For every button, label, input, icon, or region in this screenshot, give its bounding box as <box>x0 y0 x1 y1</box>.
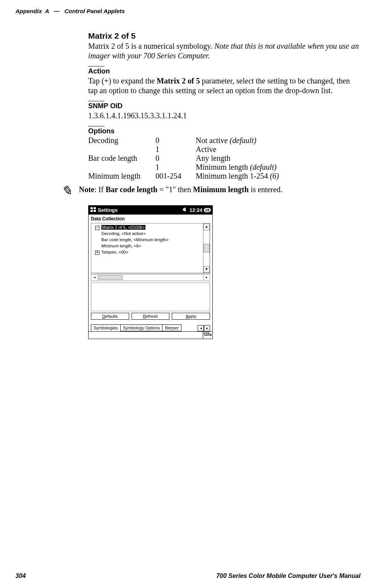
detail-pane <box>91 283 210 311</box>
cell: 0 <box>156 154 196 163</box>
note-icon: ✎ <box>61 183 72 198</box>
tree-item[interactable]: Minimum length, <6> <box>93 243 201 249</box>
table-row: Decoding 0 Not active (default) <box>88 136 284 145</box>
cell: 1 <box>156 163 196 172</box>
table-row: 1 Minimum length (default) <box>88 163 284 172</box>
cell <box>88 163 156 172</box>
header-title: Control Panel Applets <box>64 8 125 14</box>
header-dash: — <box>54 8 60 14</box>
cell: 0 <box>156 136 196 145</box>
tab-symbologies[interactable]: Symbologies <box>91 324 121 331</box>
heading-rule <box>88 126 104 126</box>
action-bold: Matrix 2 of 5 <box>157 77 200 85</box>
tab-symbology-options[interactable]: Symbology Options <box>120 324 162 331</box>
options-table: Decoding 0 Not active (default) 1 Active… <box>88 136 284 181</box>
action-pre: Tap (+) to expand the <box>88 77 157 85</box>
scroll-up-button[interactable]: ▲ <box>203 223 210 230</box>
cell: Decoding <box>88 136 156 145</box>
page-number: 304 <box>15 573 26 579</box>
cell: Any length <box>196 154 284 163</box>
scroll-track[interactable] <box>203 230 210 266</box>
cell: Minimum length <box>88 172 156 181</box>
cell: 001-254 <box>156 172 196 181</box>
table-row: Minimum length 001-254 Minimum length 1-… <box>88 172 284 181</box>
svg-rect-2 <box>91 210 93 212</box>
tab-scroll-right[interactable]: ▸ <box>204 325 210 331</box>
defaults-button[interactable]: Defaults <box>91 313 129 320</box>
page-header: Appendix A — Control Panel Applets <box>15 8 361 14</box>
tree-item[interactable]: − Matrix 2 of 5, <01006> <box>93 225 201 231</box>
heading-rule <box>88 66 104 66</box>
titlebar-time: 12:24 <box>190 207 202 213</box>
scroll-down-button[interactable]: ▼ <box>203 266 210 273</box>
horizontal-scrollbar[interactable]: ◂ ▸ <box>91 274 210 281</box>
tree-view[interactable]: − Matrix 2 of 5, <01006> Decoding, <Not … <box>91 223 210 273</box>
svg-rect-1 <box>94 207 96 209</box>
header-appendix: Appendix <box>15 8 42 14</box>
scroll-track[interactable] <box>98 274 203 281</box>
titlebar: Settings 12:24 ok <box>89 206 212 215</box>
action-heading-text: Action <box>88 67 110 75</box>
refresh-button[interactable]: Refresh <box>132 313 170 320</box>
options-heading-text: Options <box>88 127 115 135</box>
table-row: Bar code length 0 Any length <box>88 154 284 163</box>
scroll-right-button[interactable]: ▸ <box>203 274 210 281</box>
heading-rule <box>88 101 104 101</box>
section-intro: Matrix 2 of 5 is a numerical symbology. … <box>88 41 359 61</box>
svg-rect-3 <box>94 210 96 212</box>
snmp-heading: SNMP OID <box>88 101 359 110</box>
note-row: ✎ Note: If Bar code length = "1" then Mi… <box>61 185 359 198</box>
snmp-value: 1.3.6.1.4.1.1963.15.3.3.1.1.24.1 <box>88 111 359 121</box>
apply-button[interactable]: Apply <box>172 313 210 320</box>
page-footer: 304 700 Series Color Mobile Computer Use… <box>15 573 361 579</box>
table-row: 1 Active <box>88 145 284 154</box>
svg-rect-0 <box>91 207 93 209</box>
options-heading: Options <box>88 126 359 135</box>
cell: Minimum length 1-254 (6) <box>196 172 284 181</box>
titlebar-title: Settings <box>98 207 118 213</box>
speaker-icon[interactable] <box>183 207 188 213</box>
expand-icon[interactable]: + <box>95 251 99 255</box>
tabs: Symbologies Symbology Options Beeper ◂ ▸ <box>91 324 210 331</box>
tree-item[interactable]: Bar code length, <Minimum length> <box>93 237 201 243</box>
note-text: Note: If Bar code length = "1" then Mini… <box>79 185 282 194</box>
scroll-left-button[interactable]: ◂ <box>91 274 98 281</box>
scroll-thumb[interactable] <box>99 275 123 280</box>
scroll-thumb[interactable] <box>203 244 210 252</box>
tab-beeper[interactable]: Beeper <box>162 324 181 331</box>
action-text: Tap (+) to expand the Matrix 2 of 5 para… <box>88 76 359 95</box>
collapse-icon[interactable]: − <box>95 226 99 230</box>
cell: Minimum length (default) <box>196 163 284 172</box>
cell: Bar code length <box>88 154 156 163</box>
section-title: Matrix 2 of 5 <box>88 31 359 41</box>
vertical-scrollbar[interactable]: ▲ ▼ <box>203 223 210 273</box>
intro-plain: Matrix 2 of 5 is a numerical symbology. <box>88 42 214 50</box>
svg-marker-4 <box>183 207 186 212</box>
cell: Active <box>196 145 284 154</box>
header-letter: A <box>45 8 49 14</box>
cell: Not active (default) <box>196 136 284 145</box>
action-heading: Action <box>88 66 359 75</box>
tree-item[interactable]: + Telepen, <00> <box>93 249 201 256</box>
app-title: Data Collection <box>89 215 212 222</box>
cell: 1 <box>156 145 196 154</box>
snmp-heading-text: SNMP OID <box>88 102 123 110</box>
tab-scroll-left[interactable]: ◂ <box>198 325 204 331</box>
tree-item[interactable]: Decoding, <Not active> <box>93 231 201 237</box>
manual-title: 700 Series Color Mobile Computer User's … <box>216 573 361 579</box>
start-icon[interactable] <box>90 206 96 214</box>
device-screenshot: Settings 12:24 ok Data Collection − Matr… <box>88 205 213 339</box>
note-bold: Note <box>79 185 94 194</box>
cell <box>88 145 156 154</box>
tree-selected[interactable]: Matrix 2 of 5, <01006> <box>101 225 145 230</box>
ok-button[interactable]: ok <box>204 208 211 212</box>
sip-button[interactable]: ⌨▴ <box>203 332 212 339</box>
